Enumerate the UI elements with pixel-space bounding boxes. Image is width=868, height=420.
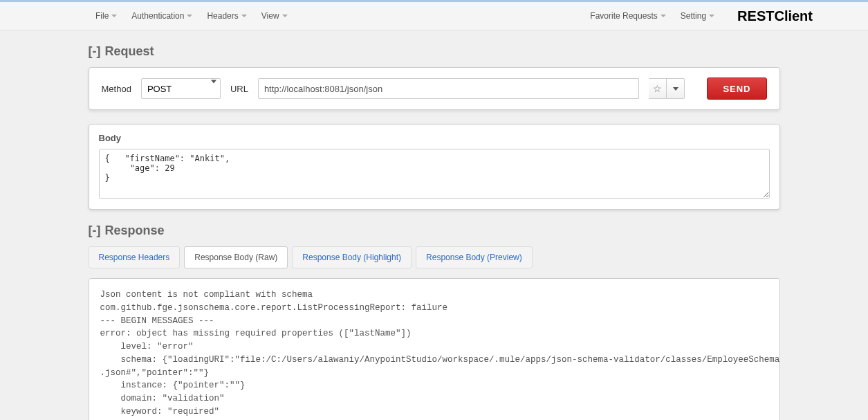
brand-logo: RESTClient [737,8,813,24]
response-tabs: Response Headers Response Body (Raw) Res… [89,246,780,268]
tab-response-body-raw[interactable]: Response Body (Raw) [184,246,288,268]
send-button[interactable]: SEND [707,77,766,100]
url-label: URL [230,84,248,94]
menu-headers-label: Headers [207,11,238,21]
favorite-star-button[interactable]: ☆ [649,78,667,99]
method-select[interactable] [141,78,221,99]
response-section-header: [-] Response [89,223,780,238]
menu-authentication-label: Authentication [131,11,184,21]
response-toggle[interactable]: [-] [89,223,101,238]
menu-favorite-label: Favorite Requests [590,11,657,21]
response-title: Response [104,223,164,238]
tab-response-body-highlight[interactable]: Response Body (Highlight) [292,246,412,268]
url-addon-group: ☆ [649,78,685,99]
top-menu-bar: File Authentication Headers View Favorit… [0,0,868,30]
chevron-down-icon [673,87,678,91]
menu-setting-label: Setting [681,11,706,21]
body-label: Body [99,133,770,143]
menu-view-label: View [261,11,279,21]
star-icon: ☆ [653,83,662,94]
tab-response-body-preview[interactable]: Response Body (Preview) [416,246,533,268]
menu-file-label: File [95,11,109,21]
menu-favorite-requests[interactable]: Favorite Requests [584,7,671,25]
request-card: Method URL ☆ SEND [89,67,780,110]
url-input[interactable] [258,78,639,99]
menu-setting[interactable]: Setting [675,7,720,25]
main-container: [-] Request Method URL ☆ SEND Body { "fi… [89,30,780,420]
body-card: Body { "firstName": "Ankit", "age": 29 } [89,124,780,210]
request-toggle[interactable]: [-] [89,44,101,59]
method-label: Method [102,84,131,94]
menu-right-group: Favorite Requests Setting RESTClient [584,7,854,25]
menu-file[interactable]: File [90,7,122,25]
caret-icon [241,15,247,17]
menu-left-group: File Authentication Headers View [90,7,293,25]
caret-icon [187,15,192,17]
menu-view[interactable]: View [256,7,293,25]
caret-icon [111,15,117,17]
caret-icon [661,15,666,17]
method-input[interactable] [141,78,221,99]
menu-headers[interactable]: Headers [201,7,252,25]
request-title: Request [104,44,154,59]
caret-icon [709,15,714,17]
tab-response-headers[interactable]: Response Headers [89,246,181,268]
caret-icon [282,15,288,17]
menu-authentication[interactable]: Authentication [126,7,198,25]
url-history-dropdown[interactable] [667,78,685,99]
body-textarea[interactable]: { "firstName": "Ankit", "age": 29 } [99,149,770,199]
request-row: Method URL ☆ SEND [102,77,767,100]
response-body-content: Json content is not compliant with schem… [89,278,780,420]
request-section-header: [-] Request [89,44,780,59]
